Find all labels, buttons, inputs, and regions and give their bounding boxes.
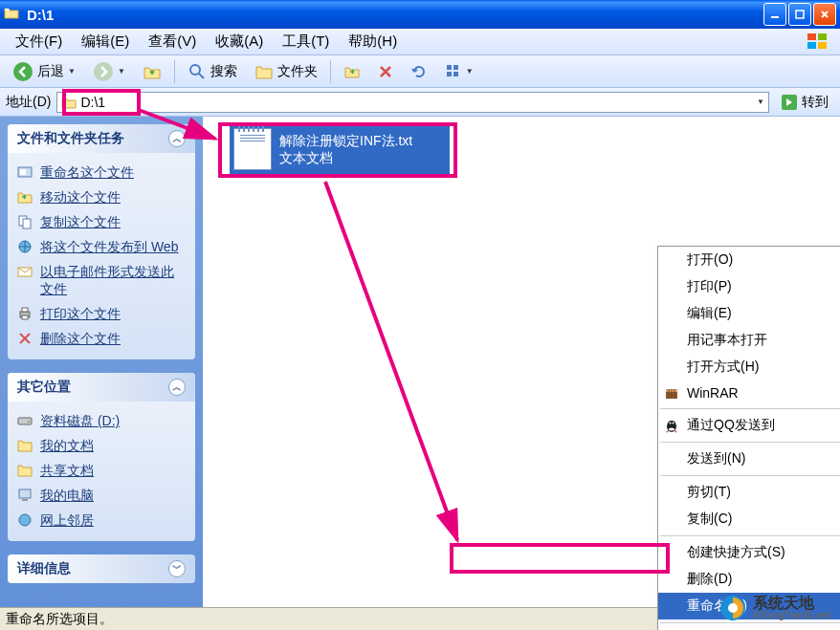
ctx-cut[interactable]: 剪切(T) [658,479,840,506]
svg-rect-1 [796,11,804,18]
close-button[interactable] [813,3,836,26]
address-path: D:\1 [80,95,105,110]
sidebar: 文件和文件夹任务 ︽ 重命名这个文件 移动这个文件 复制这个文件 将这个文件发布… [0,117,203,630]
place-shared[interactable]: 共享文档 [17,459,186,484]
svg-rect-11 [447,72,452,76]
minimize-button[interactable] [763,3,786,26]
address-field[interactable]: D:\1 ▼ [56,92,769,113]
ctx-copy[interactable]: 复制(C) [658,506,840,532]
menu-edit[interactable]: 编辑(E) [72,31,139,53]
menu-file[interactable]: 文件(F) [6,31,72,53]
ctx-delete[interactable]: 删除(D) [658,566,840,593]
file-name: 解除注册锁定INF法.txt [279,132,412,149]
move-to-button[interactable] [337,60,367,83]
task-move[interactable]: 移动这个文件 [17,185,186,210]
menu-view[interactable]: 查看(V) [139,31,206,53]
place-network[interactable]: 网上邻居 [17,509,186,533]
copy-icon [17,214,33,229]
svg-point-7 [94,62,113,81]
svg-rect-9 [447,65,452,70]
place-computer[interactable]: 我的电脑 [17,484,186,509]
address-bar: 地址(D) D:\1 ▼ 转到 [0,88,840,117]
tasks-panel-header[interactable]: 文件和文件夹任务 ︽ [8,124,195,153]
ctx-winrar[interactable]: WinRAR▶ [658,380,840,405]
ctx-shortcut[interactable]: 创建快捷方式(S) [658,539,840,566]
documents-icon [17,438,33,453]
svg-rect-12 [453,72,458,76]
svg-rect-17 [23,219,31,228]
window-controls [763,3,836,26]
forward-button[interactable]: ▼ [86,58,132,85]
svg-rect-22 [22,315,28,319]
up-button[interactable] [136,59,168,84]
ctx-notepad[interactable]: 用记事本打开 [658,327,840,354]
views-button[interactable]: ▼ [438,60,480,83]
search-button[interactable]: 搜索 [181,59,244,84]
address-label: 地址(D) [6,94,51,111]
back-button[interactable]: 后退 ▼ [6,58,82,85]
place-documents[interactable]: 我的文档 [17,434,186,459]
task-rename[interactable]: 重命名这个文件 [17,161,186,185]
dropdown-icon: ▼ [466,67,474,76]
task-print[interactable]: 打印这个文件 [17,302,186,327]
svg-rect-2 [807,33,816,40]
menu-bar: 文件(F) 编辑(E) 查看(V) 收藏(A) 工具(T) 帮助(H) [0,29,840,55]
go-button[interactable]: 转到 [775,92,834,113]
ctx-open-with[interactable]: 打开方式(H)▶ [658,354,840,380]
svg-point-27 [19,514,31,526]
svg-point-24 [28,421,30,423]
svg-rect-21 [22,308,28,312]
watermark-icon [718,594,747,622]
svg-point-36 [728,603,738,613]
toolbar-separator [174,60,175,83]
tasks-panel: 文件和文件夹任务 ︽ 重命名这个文件 移动这个文件 复制这个文件 将这个文件发布… [8,124,195,359]
other-places-header[interactable]: 其它位置 ︽ [8,373,195,402]
menu-favorites[interactable]: 收藏(A) [206,31,273,53]
winrar-icon [664,385,679,401]
delete-icon [378,64,393,79]
ctx-properties[interactable]: 属性(R) [658,626,840,630]
menu-help[interactable]: 帮助(H) [339,31,407,53]
qq-icon [664,418,679,433]
ctx-send-to[interactable]: 发送到(N)▶ [658,445,840,472]
task-delete[interactable]: 删除这个文件 [17,327,186,352]
ctx-open[interactable]: 打开(O) [658,247,840,273]
undo-icon [410,63,428,80]
folders-button[interactable]: 文件夹 [248,59,324,84]
other-places-panel: 其它位置 ︽ 资料磁盘 (D:) 我的文档 共享文档 我的电脑 网上邻居 [8,373,195,541]
svg-point-33 [673,423,674,424]
ctx-separator [660,475,840,476]
ctx-print[interactable]: 打印(P) [658,273,840,300]
maximize-button[interactable] [788,3,811,26]
watermark-name: 系统天地 [753,596,830,611]
search-icon [188,62,207,81]
folders-icon [254,62,274,81]
svg-rect-4 [807,42,816,49]
place-drive[interactable]: 资料磁盘 (D:) [17,409,186,434]
shared-icon [17,463,33,478]
delete-button[interactable] [371,61,400,82]
ctx-edit[interactable]: 编辑(E) [658,300,840,327]
task-publish[interactable]: 将这个文件发布到 Web [17,235,186,260]
watermark-url: XiTongTianDi.net [753,611,830,620]
network-icon [17,512,33,528]
task-copy[interactable]: 复制这个文件 [17,210,186,235]
file-list-area[interactable]: 解除注册锁定INF法.txt 文本文档 打开(O) 打印(P) 编辑(E) 用记… [203,117,840,630]
svg-rect-3 [818,33,827,40]
details-panel-header[interactable]: 详细信息 ︾ [8,554,195,583]
ctx-qq-send[interactable]: 通过QQ发送到 [658,412,840,439]
svg-rect-26 [22,499,28,501]
go-icon [781,94,798,111]
ctx-separator [660,442,840,443]
folder-icon [61,96,77,109]
toolbar-separator [330,60,331,83]
file-item[interactable]: 解除注册锁定INF法.txt 文本文档 [230,124,450,174]
dropdown-icon: ▼ [118,67,125,76]
delete-icon [17,331,33,346]
window-title: D:\1 [27,7,763,23]
menu-tools[interactable]: 工具(T) [273,31,339,53]
svg-rect-23 [18,418,32,424]
dropdown-icon[interactable]: ▼ [757,98,764,106]
task-email[interactable]: 以电子邮件形式发送此文件 [17,260,186,302]
undo-button[interactable] [404,60,434,83]
